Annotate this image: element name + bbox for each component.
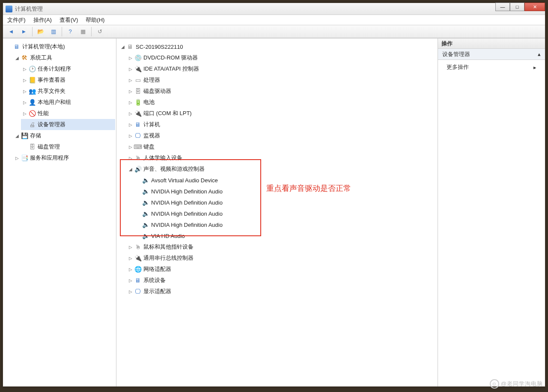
expand-icon[interactable]: ▷ <box>128 255 133 261</box>
device-tree-panel: ◢🖥SC-20190S222110 ▷💿DVD/CD-ROM 驱动器 ▷🔌IDE… <box>116 39 438 386</box>
tree-system-tools[interactable]: ◢🛠 系统工具 <box>13 52 115 63</box>
maximize-button[interactable]: □ <box>510 3 524 11</box>
show-hide-button[interactable]: ▥ <box>48 27 59 37</box>
expand-icon[interactable]: ▷ <box>128 278 133 283</box>
menu-help[interactable]: 帮助(H) <box>86 16 104 24</box>
device-system[interactable]: ▷🖥系统设备 <box>127 275 437 286</box>
menu-file[interactable]: 文件(F) <box>7 16 26 24</box>
tree-device-manager[interactable]: ▷🖨设备管理器 <box>21 119 115 130</box>
display-adapter-icon: 🖵 <box>134 288 142 295</box>
expand-icon[interactable]: ▷ <box>128 267 133 272</box>
device-root[interactable]: ◢🖥SC-20190S222110 <box>119 41 437 52</box>
toolbar: ◄ ► 📂 ▥ ? ▦ ↺ <box>3 25 545 38</box>
minimize-button[interactable]: — <box>495 3 510 11</box>
help-icon: ? <box>68 28 71 35</box>
tree-label: IDE ATA/ATAPI 控制器 <box>143 65 199 73</box>
expand-icon[interactable]: ▷ <box>128 244 133 250</box>
actions-context[interactable]: 设备管理器 ▴ <box>438 49 545 60</box>
system-device-icon: 🖥 <box>134 276 142 284</box>
expand-icon[interactable]: ▷ <box>14 155 20 161</box>
expand-icon[interactable]: ▷ <box>128 89 133 94</box>
tree-label: 系统工具 <box>30 54 52 62</box>
collapse-icon[interactable]: ◢ <box>14 133 20 139</box>
expand-icon[interactable]: ▷ <box>128 111 133 116</box>
expand-icon[interactable]: ▷ <box>128 144 133 150</box>
expand-icon[interactable]: ▷ <box>128 66 133 72</box>
tree-task-scheduler[interactable]: ▷🕑任务计划程序 <box>21 63 115 74</box>
expand-icon[interactable]: ▷ <box>22 66 27 72</box>
device-cpu[interactable]: ▷▭处理器 <box>127 74 437 86</box>
separator <box>32 27 33 36</box>
tree-label: 计算机管理(本地) <box>22 43 65 50</box>
tree-storage[interactable]: ◢💾 存储 <box>13 130 115 141</box>
expand-icon[interactable]: ▷ <box>128 55 133 61</box>
expand-icon[interactable]: ▷ <box>22 111 27 116</box>
forward-button[interactable]: ► <box>18 27 30 37</box>
expand-icon[interactable]: ▷ <box>128 122 133 128</box>
tree-event-viewer[interactable]: ▷📒事件查看器 <box>21 74 115 86</box>
device-network[interactable]: ▷🌐网络适配器 <box>127 264 437 275</box>
expand-icon[interactable]: ▷ <box>128 155 133 161</box>
actions-header: 操作 <box>438 39 545 49</box>
device-battery[interactable]: ▷🔋电池 <box>127 97 437 108</box>
close-button[interactable]: ✕ <box>524 3 545 11</box>
tree-label: VIA HD Audio <box>151 233 185 239</box>
tree-services-apps[interactable]: ▷📑服务和应用程序 <box>13 152 115 163</box>
help-button[interactable]: ? <box>65 27 76 37</box>
device-sound-child[interactable]: ▷🔈NVIDIA High Definition Audio <box>134 219 437 230</box>
device-mouse[interactable]: ▷🖱鼠标和其他指针设备 <box>127 241 437 252</box>
device-display[interactable]: ▷🖵显示适配器 <box>127 286 437 297</box>
expand-icon[interactable]: ▷ <box>22 77 27 83</box>
collapse-icon[interactable]: ◢ <box>120 44 125 50</box>
device-sound-child[interactable]: ▷🔈NVIDIA High Definition Audio <box>134 197 437 208</box>
tree-disk-management[interactable]: ▷🗄磁盘管理 <box>21 141 115 152</box>
up-button[interactable]: 📂 <box>35 27 46 37</box>
tools-icon: 🛠 <box>21 54 28 62</box>
device-monitors[interactable]: ▷🖵监视器 <box>127 130 437 141</box>
device-sound-child[interactable]: ▷🔈VIA HD Audio <box>134 230 437 241</box>
arrow-left-icon: ◄ <box>9 28 14 35</box>
device-dvd[interactable]: ▷💿DVD/CD-ROM 驱动器 <box>127 52 437 63</box>
expand-icon[interactable]: ▷ <box>128 100 133 105</box>
back-button[interactable]: ◄ <box>6 27 17 37</box>
collapse-icon[interactable]: ◢ <box>14 55 20 61</box>
properties-button[interactable]: ▦ <box>77 27 89 37</box>
device-usb[interactable]: ▷🔌通用串行总线控制器 <box>127 252 437 264</box>
performance-icon: 🚫 <box>28 110 36 117</box>
properties-icon: ▦ <box>80 28 86 35</box>
collapse-icon[interactable]: ◢ <box>128 166 133 172</box>
expand-icon[interactable]: ▷ <box>128 77 133 83</box>
device-sound-child[interactable]: ▷🔈NVIDIA High Definition Audio <box>134 208 437 219</box>
tree-label: 共享文件夹 <box>38 87 66 95</box>
usb-icon: 🔌 <box>134 254 142 262</box>
tree-label: 监视器 <box>143 132 160 140</box>
device-ports[interactable]: ▷🔌端口 (COM 和 LPT) <box>127 108 437 119</box>
menu-action[interactable]: 操作(A) <box>33 16 52 24</box>
expand-icon[interactable]: ▷ <box>22 89 27 94</box>
expand-icon[interactable]: ▷ <box>22 100 27 105</box>
tree-label: NVIDIA High Definition Audio <box>151 188 223 195</box>
device-hid[interactable]: ▷🖱人体学输入设备 <box>127 152 437 163</box>
device-keyboards[interactable]: ▷⌨键盘 <box>127 141 437 152</box>
device-ide[interactable]: ▷🔌IDE ATA/ATAPI 控制器 <box>127 63 437 74</box>
scan-button[interactable]: ↺ <box>94 27 105 37</box>
separator <box>91 27 92 36</box>
tree-local-users[interactable]: ▷👤本地用户和组 <box>21 97 115 108</box>
device-sound[interactable]: ◢🔊声音、视频和游戏控制器 <box>127 163 437 175</box>
tree-label: NVIDIA High Definition Audio <box>151 211 223 217</box>
device-disk-drive[interactable]: ▷🗄磁盘驱动器 <box>127 86 437 97</box>
tree-performance[interactable]: ▷🚫性能 <box>21 108 115 119</box>
expand-icon[interactable]: ▷ <box>128 289 133 294</box>
mouse-icon: 🖱 <box>134 243 142 251</box>
computer-icon: 🖥 <box>126 43 134 50</box>
tree-root-computer-management[interactable]: ▷🖥 计算机管理(本地) <box>6 41 115 52</box>
tree-label: 显示适配器 <box>143 288 171 295</box>
tree-shared-folders[interactable]: ▷👥共享文件夹 <box>21 86 115 97</box>
device-computers[interactable]: ▷🖥计算机 <box>127 119 437 130</box>
tree-label: 电池 <box>143 98 155 106</box>
actions-more[interactable]: 更多操作 ▸ <box>438 60 545 74</box>
users-icon: 👤 <box>28 98 36 106</box>
expand-icon[interactable]: ▷ <box>128 133 133 139</box>
hid-icon: 🖱 <box>134 154 142 162</box>
menu-view[interactable]: 查看(V) <box>60 16 78 24</box>
